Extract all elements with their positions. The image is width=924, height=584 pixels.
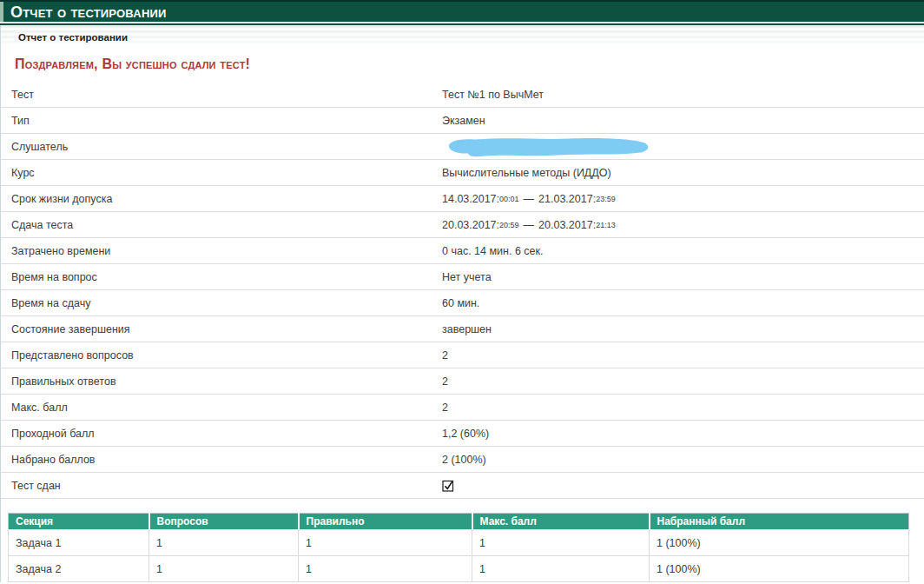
cell-max-score: 1 <box>472 556 650 582</box>
cell-scored: 1 (100%) <box>650 556 909 582</box>
detail-value-checkbox <box>442 480 454 492</box>
page-header: Отчет о тестировании <box>0 2 924 22</box>
detail-value: 0 час. 14 мин. 6 сек. <box>442 245 543 257</box>
date-end: 21.03.2017: <box>538 193 596 205</box>
cell-correct: 1 <box>299 556 472 582</box>
sections-results-table: Секция Вопросов Правильно Макс. балл Наб… <box>8 513 909 582</box>
detail-row-attempt-period: Сдача теста 20.03.2017:20:59 — 20.03.201… <box>1 212 924 238</box>
cell-questions: 1 <box>149 556 299 582</box>
date-start: 14.03.2017: <box>442 193 499 205</box>
detail-row-questions-shown: Представлено вопросов 2 <box>1 342 924 368</box>
detail-label: Проходной балл <box>1 428 442 440</box>
cell-max-score: 1 <box>472 530 650 556</box>
checkbox-checked-icon <box>442 480 454 492</box>
detail-value-redacted <box>442 136 654 157</box>
detail-label: Набрано баллов <box>1 454 442 466</box>
content-area: Отчет о тестировании Поздравляем, Вы усп… <box>0 25 924 582</box>
test-passed-checkbox[interactable] <box>442 480 454 492</box>
detail-row-time-spent: Затрачено времени 0 час. 14 мин. 6 сек. <box>1 238 924 264</box>
detail-label: Тест <box>1 89 442 101</box>
detail-value: 60 мин. <box>442 297 479 309</box>
detail-row-completion-state: Состояние завершения завершен <box>1 316 924 342</box>
detail-row-test: Тест Тест №1 по ВычМет <box>1 82 924 108</box>
breadcrumb-bar: Отчет о тестировании <box>1 25 924 50</box>
cell-questions: 1 <box>149 530 299 556</box>
detail-value: завершен <box>442 323 492 335</box>
detail-value-daterange: 14.03.2017:00:01 — 21.03.2017:23:59 <box>442 193 616 205</box>
detail-label: Время на вопрос <box>1 271 442 283</box>
detail-value: Вычислительные методы (ИДДО) <box>442 167 611 179</box>
detail-value: 2 <box>442 349 448 362</box>
cell-correct: 1 <box>299 530 472 556</box>
breadcrumb: Отчет о тестировании <box>1 32 128 43</box>
detail-label: Сдача теста <box>1 219 442 231</box>
time-start: 00:01 <box>499 195 519 203</box>
detail-label: Слушатель <box>1 141 442 153</box>
detail-label: Затрачено времени <box>1 245 442 257</box>
cell-scored: 1 (100%) <box>650 530 909 556</box>
table-header-correct: Правильно <box>299 514 472 530</box>
detail-row-test-passed: Тест сдан <box>1 473 924 499</box>
detail-value: 1,2 (60%) <box>442 428 489 440</box>
time-end: 21:13 <box>596 221 616 229</box>
detail-row-course: Курс Вычислительные методы (ИДДО) <box>1 160 924 186</box>
detail-label: Правильных ответов <box>1 375 442 388</box>
detail-row-correct-answers: Правильных ответов 2 <box>1 368 924 395</box>
redaction-scribble <box>440 136 654 157</box>
detail-row-type: Тип Экзамен <box>1 108 924 134</box>
detail-row-time-limit: Время на сдачу 60 мин. <box>1 290 924 316</box>
test-report-page: Отчет о тестировании Отчет о тестировани… <box>0 0 924 584</box>
detail-value: Нет учета <box>442 271 492 283</box>
detail-row-scored-points: Набрано баллов 2 (100%) <box>1 447 924 473</box>
detail-label: Время на сдачу <box>1 297 442 309</box>
table-row: Задача 1 1 1 1 1 (100%) <box>9 530 909 556</box>
date-start: 20.03.2017: <box>442 219 499 231</box>
detail-value: Экзамен <box>442 115 485 127</box>
date-range-dash: — <box>524 219 535 231</box>
date-end: 20.03.2017: <box>538 219 596 231</box>
table-header-section: Секция <box>9 514 149 530</box>
detail-row-student: Слушатель <box>1 134 924 160</box>
report-details-list: Тест Тест №1 по ВычМет Тип Экзамен Слуша… <box>1 82 924 499</box>
table-header-row: Секция Вопросов Правильно Макс. балл Наб… <box>9 514 909 530</box>
cell-section: Задача 1 <box>9 530 149 556</box>
detail-label: Срок жизни допуска <box>1 193 442 205</box>
detail-value: 2 <box>442 402 448 414</box>
detail-row-max-score: Макс. балл 2 <box>1 395 924 421</box>
table-header-questions: Вопросов <box>149 514 299 530</box>
page-title: Отчет о тестировании <box>3 3 167 22</box>
congrats-message: Поздравляем, Вы успешно сдали тест! <box>15 56 924 76</box>
detail-row-time-per-question: Время на вопрос Нет учета <box>1 264 924 290</box>
detail-label: Тип <box>1 115 442 127</box>
detail-value: 2 <box>442 375 448 388</box>
detail-row-passing-score: Проходной балл 1,2 (60%) <box>1 421 924 447</box>
time-start: 20:59 <box>499 221 519 229</box>
date-range-dash: — <box>524 193 535 205</box>
detail-value: 2 (100%) <box>442 454 486 466</box>
table-header-scored: Набранный балл <box>650 514 909 530</box>
detail-label: Тест сдан <box>1 480 442 492</box>
cell-section: Задача 2 <box>9 556 149 582</box>
detail-value-daterange: 20.03.2017:20:59 — 20.03.2017:21:13 <box>442 219 616 231</box>
detail-label: Курс <box>1 167 442 179</box>
detail-label: Состояние завершения <box>1 323 442 335</box>
table-header-max-score: Макс. балл <box>472 514 650 530</box>
time-end: 23:59 <box>596 195 616 203</box>
detail-label: Представлено вопросов <box>1 349 442 362</box>
detail-value: Тест №1 по ВычМет <box>442 89 544 101</box>
detail-row-access-period: Срок жизни допуска 14.03.2017:00:01 — 21… <box>1 186 924 212</box>
table-row: Задача 2 1 1 1 1 (100%) <box>9 556 909 582</box>
detail-label: Макс. балл <box>1 402 442 414</box>
